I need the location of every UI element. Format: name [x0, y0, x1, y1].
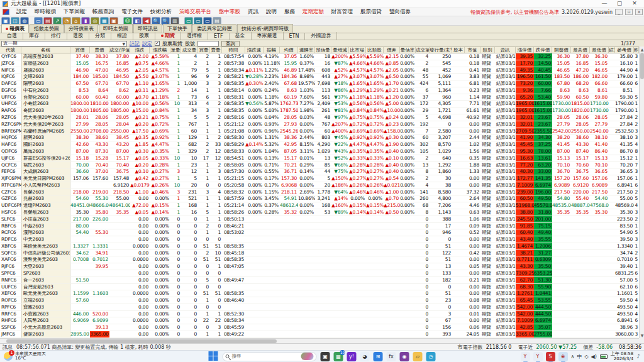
menu-item-技術分析[interactable]: 技術分析	[147, 8, 175, 14]
column-header-資訊[interactable]: 資訊	[495, 47, 516, 53]
table-row[interactable]: RCFC6漢翔260354.4055.300.000.00%001108:53:…	[0, 229, 639, 236]
view-tab-分時價量表[interactable]: 分時價量表	[64, 24, 98, 33]
column-header-成交/淨值[interactable]: 成交/淨值	[109, 47, 130, 53]
category-tab-基金[interactable]: 基金	[230, 32, 252, 40]
task-view-icon[interactable]: ▣	[321, 352, 330, 361]
vertical-scroll-thumb[interactable]	[640, 53, 644, 79]
category-tab-專家嚴選[interactable]: 專家嚴選	[252, 32, 284, 40]
store-icon[interactable]: ⊞	[374, 352, 383, 361]
maximize-button[interactable]: ▢	[613, 1, 626, 8]
menu-item-定期定額[interactable]: 定期定額	[299, 8, 328, 14]
copilot-icon[interactable]: ◕	[360, 352, 370, 361]
category-tab-排行[interactable]: 排行	[45, 32, 67, 40]
column-header-最高價[interactable]: 最高價	[571, 47, 590, 53]
category-tab-外國證券[interactable]: 外國證券	[305, 32, 337, 40]
category-tab-選擇權[interactable]: 選擇權	[181, 32, 208, 40]
photos-icon[interactable]: ▦10	[334, 352, 343, 361]
query-button[interactable]: 查詢	[221, 41, 240, 47]
column-header-量估率[interactable]: 量估率	[400, 47, 416, 53]
search-box[interactable]: 搜尋	[223, 352, 317, 361]
table-row[interactable]: QDFC6萬海260387.0087.3087.00▲0.30▲0.35%132…	[0, 148, 639, 155]
menu-item-股票借貸[interactable]: 股票借貸	[357, 8, 386, 14]
column-header-發行量/未平倉[interactable]: 發行量/未平倉	[430, 47, 452, 53]
table-row[interactable]: RTFC6PM小人民幣PM26036.9120▲0.0179▲0.26%1020…	[0, 182, 639, 189]
table-row[interactable]: XAFC6澳幣兌美元26030.70080.70120.00000.00%005…	[0, 256, 639, 263]
table-row[interactable]: RDFC6中天26030.000.00%0000000.00期貨結算03/184…	[0, 236, 639, 243]
table-row[interactable]: GZFC6兆赫260354.6055.3055.000.000.00%15211…	[0, 195, 639, 202]
close-button[interactable]: ✕	[628, 1, 641, 8]
table-row[interactable]: NIFC6晟德260346.9047.0046.95▲2.05▲4.57%179…	[0, 67, 639, 74]
folder-icon[interactable]: ▱	[413, 352, 423, 361]
column-header-成交筆[interactable]: 成交筆	[416, 47, 430, 53]
category-tab-自選[interactable]: 自選	[1, 32, 23, 40]
table-row[interactable]: RJFC6大亞260339.950.000.00%000108:47:05013…	[0, 263, 639, 270]
column-header-類別[interactable]: 類別	[480, 47, 495, 53]
tray-icon[interactable]: ∧	[571, 354, 575, 359]
table-row[interactable]: SSFC6小元大高股息260339.130.000.00%000308:45:5…	[0, 324, 639, 331]
column-header-漲跌速[interactable]: 漲跌速	[245, 47, 264, 53]
table-row[interactable]: JMFC6健策26032895.003365.000.000.00%001108…	[0, 331, 639, 338]
column-header-價差[interactable]: 價差	[384, 47, 400, 53]
table-row[interactable]: UUFC6台灣虎航26030.000.00%0000000.00期貨結算03/1…	[0, 284, 639, 291]
category-tab-股票[interactable]: 股票	[133, 32, 155, 40]
weather-widget[interactable]: 1 未來幾天是雨天 16°C	[4, 352, 46, 361]
column-header-漲停價[interactable]: 漲停價	[516, 47, 534, 53]
mdi-close-button[interactable]: x	[635, 9, 643, 15]
table-row[interactable]: HSFC6長榮航260335.3035.8035.35▲0.05▲0.14%11…	[0, 209, 639, 216]
stockno-input[interactable]	[197, 41, 219, 47]
category-tab-分類[interactable]: 分類	[89, 32, 111, 40]
column-header-預估量[interactable]: 預估量	[315, 47, 331, 53]
table-row[interactable]: EGFC6中石化26038.538.648.62▲0.11▲1.29%21411…	[0, 87, 639, 94]
view-tab-技術分析-網頁即時版[interactable]: 技術分析-網頁即時版	[237, 24, 293, 33]
column-header-賣量[interactable]: 賣量	[210, 47, 222, 53]
table-row[interactable]: QYFC6高端疫苗260337.4038.3037.80▲2.00▲5.59%1…	[0, 53, 639, 60]
table-row[interactable]: HAFC6國軒260342.6043.3043.20▲1.85▲4.47%168…	[0, 141, 639, 148]
table-row[interactable]: XBFC6英鎊兌美元26031.33271.33310.00000.00%005…	[0, 243, 639, 250]
fx-doc-icon[interactable]: fx	[387, 352, 396, 361]
note-link[interactable]: 註記	[130, 40, 140, 47]
s-app-icon[interactable]: S	[546, 352, 555, 361]
column-header-跌停價[interactable]: 跌停價	[534, 47, 552, 53]
start-button[interactable]	[209, 351, 219, 361]
mdi-minimize-button[interactable]: _	[615, 9, 623, 15]
yeswin-trade-icon[interactable]: Y	[533, 352, 543, 361]
system-tray[interactable]: ∧中◇◀)	[571, 353, 597, 360]
column-header-均價[interactable]: 均價	[280, 47, 298, 53]
vertical-scrollbar[interactable]: ▲ ▼	[639, 47, 644, 338]
yahoo-icon[interactable]: y!	[347, 352, 357, 361]
table-row[interactable]: CZFC6長榮2603218.00219.00218.50▲1.00▲0.46%…	[0, 189, 639, 196]
column-header-買量[interactable]: 買量	[198, 47, 210, 53]
column-header-漲跌幅[interactable]: 漲跌幅	[150, 47, 170, 53]
menu-item-說明[interactable]: 說明	[262, 8, 280, 14]
tray-icon[interactable]: 中	[577, 353, 582, 360]
menu-item-策略交易平台[interactable]: 策略交易平台	[175, 8, 215, 14]
setting-link[interactable]: 設定	[142, 40, 152, 47]
scroll-up-arrow-icon[interactable]: ▲	[640, 47, 644, 52]
table-row[interactable]: RAFC6奇鋐26031800.001805.001805.00▲15.00▲0…	[0, 107, 639, 114]
table-row[interactable]: XEFC6歐元兌美元26031.15991.16030.00000.00%005…	[0, 290, 639, 297]
menu-item-雙向借券[interactable]: 雙向借券	[386, 8, 414, 14]
tray-icon[interactable]: ◇	[584, 354, 588, 359]
table-row[interactable]: UHFC6小奇鋐26031800.001810.001800.00▲10.00▲…	[0, 101, 639, 107]
category-tab-ETF[interactable]: ETF	[208, 33, 230, 40]
tray-icon[interactable]: ◀)	[591, 354, 597, 359]
taskbar-clock[interactable]: 上午 08:58 2026/3/4	[611, 351, 633, 361]
column-header-參考價[interactable]: 參考價	[615, 47, 634, 53]
menu-item-服務[interactable]: 服務	[280, 8, 299, 14]
column-header-比類股[interactable]: 比類股	[366, 47, 384, 53]
view-tab-報價表[interactable]: 報價表	[1, 24, 29, 33]
table-row[interactable]: UDFC6PM道瓊PM260348451.0048666.0048641.00▲…	[0, 202, 639, 209]
column-header-週轉率[interactable]: 週轉率	[298, 47, 315, 53]
table-row[interactable]: RZFC6元大美債20年260328.0128.0628.05▲0.21▲0.7…	[0, 114, 639, 121]
column-header-名稱[interactable]: 名稱	[21, 47, 70, 53]
column-header-單量[interactable]: 單量	[170, 47, 181, 53]
column-header-賣價[interactable]: 賣價	[90, 47, 109, 53]
table-row[interactable]: ROFC6立端260357.600.000.00%001008:46:40023…	[0, 297, 639, 304]
table-row[interactable]: RHFC6人民幣26036.90696.90990.00000.00%00222…	[0, 317, 639, 324]
column-header-振幅[interactable]: 振幅	[264, 47, 280, 53]
menu-item-電子文件[interactable]: 電子文件	[118, 8, 147, 14]
column-header-時間[interactable]: 時間	[222, 47, 245, 53]
category-tab-選股[interactable]: 選股	[67, 32, 89, 40]
view-tab-即時走勢圖[interactable]: 即時走勢圖	[99, 24, 133, 33]
category-tab-期貨[interactable]: 期貨	[155, 32, 181, 40]
